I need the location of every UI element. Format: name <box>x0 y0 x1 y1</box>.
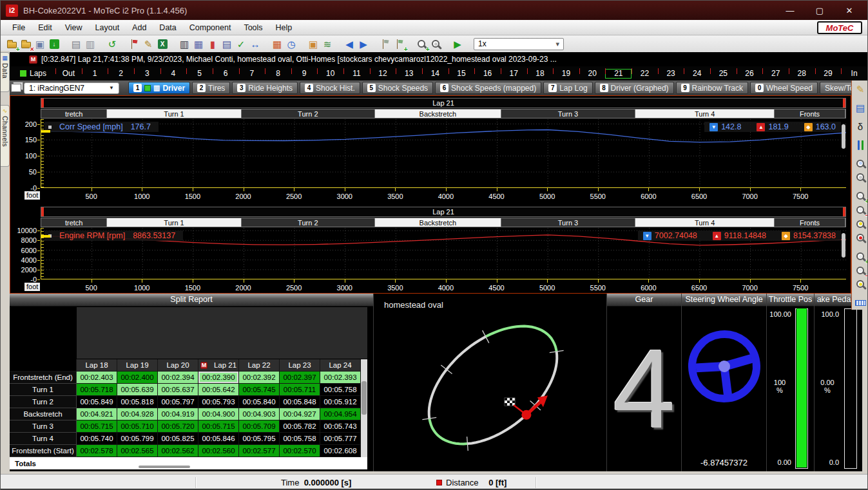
lap-item-13[interactable]: 13 <box>396 69 422 79</box>
split-time-cell[interactable]: 00:05.846 <box>198 433 239 445</box>
nav-forward-icon[interactable]: ▶ <box>356 37 371 51</box>
lap-item-19[interactable]: 19 <box>553 69 579 79</box>
lap-item-12[interactable]: 12 <box>370 69 396 79</box>
lap-item-15[interactable]: 15 <box>448 69 475 79</box>
lap-item-24[interactable]: 24 <box>684 69 710 79</box>
dual-cursor-icon[interactable] <box>853 138 868 152</box>
close-button[interactable]: ✕ <box>843 6 856 15</box>
tab-driver[interactable]: 1▥Driver <box>128 82 190 94</box>
split-time-cell[interactable]: 00:05.740 <box>77 433 117 445</box>
column-header-lap-20[interactable]: Lap 20 <box>158 359 198 372</box>
zoom-out-y-icon[interactable]: − <box>853 263 868 278</box>
split-time-cell[interactable]: 00:02.392 <box>239 372 280 384</box>
split-time-cell[interactable]: 00:05.710 <box>117 420 158 433</box>
data-refresh-icon[interactable]: ↺ <box>105 37 119 51</box>
column-header-lap-19[interactable]: Lap 19 <box>117 359 158 372</box>
zoom-cursor-x-icon[interactable] <box>853 217 868 231</box>
edit-note-icon[interactable]: ✎ <box>141 37 155 51</box>
column-header-lap-22[interactable]: Lap 22 <box>239 359 280 372</box>
colour-grid-icon[interactable]: ▦ <box>270 37 284 51</box>
zoom-cursor-y-icon[interactable] <box>853 278 868 292</box>
lap-item-22[interactable]: 22 <box>632 69 658 79</box>
split-report-hscroll-thumb[interactable] <box>139 466 190 468</box>
menu-view[interactable]: View <box>59 21 89 34</box>
split-time-cell[interactable]: 00:05.711 <box>280 384 320 396</box>
split-time-cell[interactable]: 00:02.560 <box>198 445 239 457</box>
menu-data[interactable]: Data <box>153 21 182 34</box>
column-header-lap-18[interactable]: Lap 18 <box>77 359 117 372</box>
tab-lap-log[interactable]: 7Lap Log <box>543 82 592 94</box>
tab-shock-hist-[interactable]: 4Shock Hist. <box>300 82 360 94</box>
export-data-icon[interactable]: ↓ <box>47 37 61 51</box>
split-time-cell[interactable]: 00:05.639 <box>117 384 158 396</box>
lap-item-25[interactable]: 25 <box>710 69 737 79</box>
split-time-cell[interactable]: 00:05.840 <box>239 396 280 408</box>
split-time-cell[interactable]: 00:05.825 <box>158 433 198 445</box>
lap-item-2[interactable]: 2 <box>108 69 134 79</box>
menu-tools[interactable]: Tools <box>237 21 269 34</box>
measure-ruler-icon[interactable] <box>853 296 868 310</box>
plot-area[interactable]: Engine RPM [rpm]8863.53137▼7002.74048▲91… <box>41 228 846 279</box>
split-time-cell[interactable]: 00:05.849 <box>77 396 117 408</box>
zoom-inactive-icon[interactable] <box>429 37 443 51</box>
worksheet-edit-icon[interactable]: ✎ <box>853 82 868 97</box>
split-time-cell[interactable]: 00:02.562 <box>158 445 198 457</box>
zoom-datapoint-icon[interactable]: + <box>414 37 429 51</box>
menu-component[interactable]: Component <box>183 21 238 34</box>
split-time-cell[interactable]: 00:05.745 <box>239 384 280 396</box>
split-time-cell[interactable]: 00:05.637 <box>158 384 198 396</box>
tab-shock-speeds-mapped-[interactable]: 6Shock Speeds (mapped) <box>435 82 541 94</box>
play-icon[interactable]: ▶ <box>450 37 465 51</box>
components-icon[interactable]: ▤ <box>853 101 868 115</box>
lap-item-27[interactable]: 27 <box>762 69 789 79</box>
split-time-cell[interactable]: 00:02.578 <box>77 445 117 457</box>
split-time-cell[interactable]: 00:02.403 <box>77 372 117 384</box>
lap-item-6[interactable]: 6 <box>213 69 239 79</box>
plot-scroll-thumb[interactable] <box>842 233 845 258</box>
split-time-cell[interactable]: 00:05.912 <box>320 396 361 408</box>
split-time-cell[interactable]: 00:05.642 <box>198 384 239 396</box>
speed-chart[interactable]: Lap 21tretchTurn 1Turn 2BackstretchTurn … <box>10 97 851 202</box>
lap-item-1[interactable]: 1 <box>82 69 108 79</box>
split-time-cell[interactable]: 00:02.393 <box>320 372 361 384</box>
lap-item-9[interactable]: 9 <box>291 69 318 79</box>
split-time-cell[interactable]: 00:05.793 <box>198 396 239 408</box>
split-time-cell[interactable]: 00:05.848 <box>280 396 320 408</box>
split-time-cell[interactable]: 00:05.799 <box>117 433 158 445</box>
lap-item-26[interactable]: 26 <box>737 69 763 79</box>
zoom-in-y-icon[interactable]: + <box>853 249 868 263</box>
split-time-cell[interactable]: 00:02.390 <box>198 372 239 384</box>
split-time-cell[interactable]: 00:02.570 <box>280 445 320 457</box>
split-time-cell[interactable]: 00:05.795 <box>239 433 280 445</box>
left-tab-data[interactable]: ▦Data <box>1 52 10 92</box>
lap-item-11[interactable]: 11 <box>343 69 370 79</box>
split-time-cell[interactable]: 00:05.782 <box>280 420 320 433</box>
split-time-cell[interactable]: 00:02.394 <box>158 372 198 384</box>
tab-tires[interactable]: 2Tires <box>192 82 230 94</box>
menu-file[interactable]: File <box>6 21 32 34</box>
measure-width-icon[interactable]: ↔ <box>248 37 262 51</box>
plot-area[interactable]: Corr Speed [mph]176.7▼142.8▲181.9◆163.0 <box>41 119 846 188</box>
print-preview-icon[interactable]: ▥ <box>83 37 97 51</box>
workbook-select[interactable]: 1: iRacingGEN7 ▼ <box>24 82 119 94</box>
lap-item-4[interactable]: 4 <box>160 69 187 79</box>
split-time-cell[interactable]: 00:04.927 <box>280 408 320 420</box>
thermometer-icon[interactable]: ▮ <box>206 37 220 51</box>
zoom-out-x-icon[interactable]: − <box>853 203 868 217</box>
plot-scroll-thumb[interactable] <box>842 124 845 149</box>
excel-export-icon[interactable]: X <box>155 37 169 51</box>
flag-grey-icon[interactable] <box>378 37 392 51</box>
lap-item-5[interactable]: 5 <box>186 69 213 79</box>
split-time-cell[interactable]: 00:05.758 <box>320 384 361 396</box>
split-time-cell[interactable]: 00:04.900 <box>198 408 239 420</box>
time-display-icon[interactable]: ◷ <box>284 37 298 51</box>
lap-item-21[interactable]: 21 <box>605 69 632 79</box>
split-time-cell[interactable]: 00:02.400 <box>117 372 158 384</box>
video-icon[interactable]: ▥ <box>177 37 191 51</box>
split-time-cell[interactable]: 00:02.397 <box>280 372 320 384</box>
lap-item-17[interactable]: 17 <box>501 69 527 79</box>
lap-item-28[interactable]: 28 <box>789 69 815 79</box>
new-worksheet-icon[interactable]: + <box>5 37 19 51</box>
close-worksheet-icon[interactable]: × <box>19 37 33 51</box>
zoom-previous-icon[interactable] <box>853 171 868 185</box>
